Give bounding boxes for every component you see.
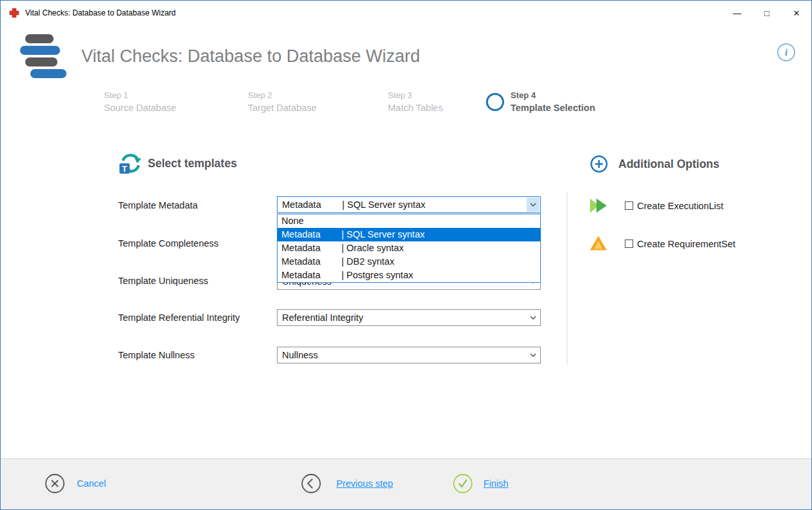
requirement-set-icon: [589, 234, 607, 254]
finish-check-circle-icon[interactable]: [452, 473, 473, 494]
plus-circle-icon: [590, 155, 608, 176]
additional-options-heading: Additional Options: [618, 158, 720, 171]
create-executionlist-label[interactable]: Create ExecutionList: [637, 201, 724, 211]
option-metadata-db2[interactable]: Metadata| DB2 syntax: [278, 255, 540, 269]
template-nullness-value: Nullness: [282, 350, 318, 360]
option-syntax: | SQL Server syntax: [341, 229, 425, 240]
titlebar: Vital Checks: Database to Database Wizar…: [1, 1, 811, 25]
step-3-label: Match Tables: [388, 103, 443, 113]
step-4-active-circle-icon: [486, 93, 504, 111]
template-referential-integrity-label: Template Referential Integrity: [118, 312, 240, 323]
cancel-button[interactable]: Cancel: [77, 478, 106, 489]
previous-step-button[interactable]: Previous step: [336, 478, 393, 489]
template-metadata-label: Template Metadata: [118, 200, 198, 210]
svg-text:T: T: [122, 165, 127, 174]
option-metadata-oracle[interactable]: Metadata| Oracle syntax: [278, 241, 540, 255]
maximize-button[interactable]: □: [752, 1, 782, 25]
option-metadata-postgres[interactable]: Metadata| Postgres syntax: [278, 269, 540, 282]
step-2-label: Target Database: [248, 103, 316, 113]
step-4-number: Step 4: [511, 90, 595, 100]
step-2: Step 2 Target Database: [248, 90, 316, 113]
create-requirementset-label[interactable]: Create RequirementSet: [637, 239, 735, 249]
template-metadata-value-syntax: | SQL Server syntax: [342, 199, 425, 210]
option-text: Metadata: [281, 269, 341, 282]
option-none[interactable]: None: [278, 214, 540, 228]
template-metadata-value: Metadata: [282, 199, 342, 210]
window-title: Vital Checks: Database to Database Wizar…: [25, 8, 176, 17]
page-title: Vital Checks: Database to Database Wizar…: [81, 46, 420, 66]
create-requirementset-checkbox[interactable]: [625, 240, 633, 248]
option-text: Metadata: [281, 255, 341, 269]
template-referential-integrity-value: Referential Integrity: [282, 312, 363, 323]
template-metadata-dropdown[interactable]: Metadata | SQL Server syntax: [277, 196, 541, 213]
option-text: Metadata: [281, 228, 341, 241]
footer: Cancel Previous step Finish: [1, 458, 811, 509]
step-1-label: Source Database: [104, 103, 176, 113]
option-text: None: [281, 214, 341, 228]
chevron-down-icon[interactable]: [527, 198, 540, 212]
template-uniqueness-label: Template Uniqueness: [118, 276, 208, 286]
step-1-number: Step 1: [104, 90, 176, 100]
option-metadata-sql-server[interactable]: Metadata| SQL Server syntax: [278, 228, 540, 241]
step-2-number: Step 2: [248, 90, 316, 100]
option-syntax: | Oracle syntax: [341, 243, 403, 253]
step-3: Step 3 Match Tables: [388, 90, 443, 113]
template-referential-integrity-dropdown[interactable]: Referential Integrity: [277, 309, 541, 326]
chevron-down-icon[interactable]: [527, 311, 540, 325]
template-completeness-label: Template Completeness: [118, 238, 219, 249]
section-divider: [567, 192, 567, 365]
option-syntax: | DB2 syntax: [341, 256, 394, 267]
app-red-cross-icon: [9, 8, 19, 18]
app-logo: [20, 34, 68, 86]
finish-button[interactable]: Finish: [483, 478, 509, 489]
option-text: Metadata: [281, 241, 341, 255]
step-3-number: Step 3: [388, 90, 443, 100]
execution-list-icon: [589, 197, 608, 217]
window-controls: — □ ✕: [722, 1, 811, 25]
previous-step-circle-icon[interactable]: [301, 473, 321, 494]
option-syntax: | Postgres syntax: [341, 270, 413, 280]
select-templates-icon: T: [119, 152, 142, 178]
chevron-down-icon[interactable]: [527, 348, 540, 362]
create-executionlist-checkbox[interactable]: [625, 201, 633, 210]
wizard-window: Vital Checks: Database to Database Wizar…: [0, 0, 812, 510]
template-nullness-label: Template Nullness: [118, 350, 194, 360]
info-icon[interactable]: i: [777, 43, 795, 61]
cancel-circle-x-icon[interactable]: [45, 473, 65, 494]
close-button[interactable]: ✕: [782, 1, 811, 25]
step-4-label: Template Selection: [511, 103, 595, 113]
step-1: Step 1 Source Database: [104, 90, 176, 113]
template-metadata-options-list: None Metadata| SQL Server syntax Metadat…: [277, 214, 541, 283]
step-4: Step 4 Template Selection: [511, 90, 595, 113]
select-templates-heading: Select templates: [148, 157, 237, 170]
template-nullness-dropdown[interactable]: Nullness: [277, 347, 541, 363]
minimize-button[interactable]: —: [722, 1, 752, 25]
